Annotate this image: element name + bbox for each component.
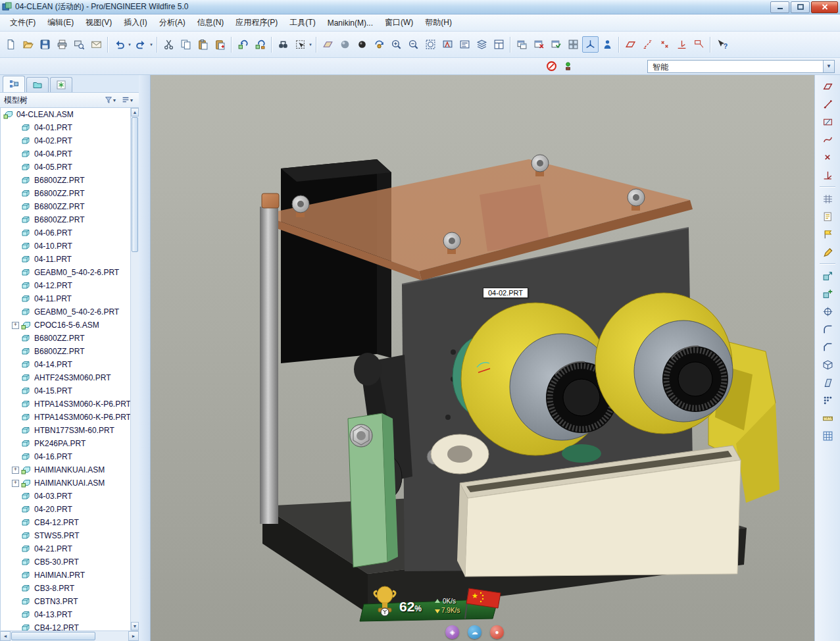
measure-tool[interactable] [819, 410, 837, 426]
point-display-toggle[interactable] [656, 36, 673, 53]
expand-icon[interactable]: + [12, 480, 19, 487]
flag-note-tool[interactable] [819, 226, 837, 242]
select-dropdown-icon[interactable]: ▼ [308, 43, 313, 47]
redo-button[interactable] [133, 36, 149, 53]
tree-item[interactable]: CB4-12.PRT [1, 621, 130, 630]
tree-item[interactable]: HTPA14S3M060-K-P6.PRT [1, 397, 130, 411]
tree-item[interactable]: AHTF24S3M060.PRT [1, 371, 130, 384]
cut-button[interactable] [161, 36, 177, 53]
dock-icon-blue[interactable]: ☁ [468, 625, 482, 639]
tree-item[interactable]: 04-03.PRT [1, 490, 130, 503]
scroll-down-arrow[interactable]: ▼ [131, 622, 139, 630]
tree-item[interactable]: 04-14.PRT [1, 358, 130, 371]
tree-item[interactable]: 04-01.PRT [1, 121, 130, 134]
tree-item[interactable]: 04-05.PRT [1, 161, 130, 174]
tree-item[interactable]: HTPA14S3M060-K-P6.PRT [1, 411, 130, 424]
sketch-tool[interactable] [819, 114, 837, 130]
orient-mode-button[interactable] [371, 36, 387, 53]
menu-item[interactable]: 视图(V) [80, 14, 118, 31]
tree-item[interactable]: GEABM0_5-40-2-6.PRT [1, 266, 130, 279]
layers-button[interactable] [474, 36, 490, 53]
tree-item[interactable]: B6800ZZ.PRT [1, 213, 130, 226]
find-button[interactable] [275, 36, 291, 53]
graphics-area[interactable]: 04-02.PRT ★ [151, 75, 814, 641]
view-manager-button[interactable] [491, 36, 507, 53]
create-component-button[interactable] [819, 286, 837, 301]
copy-button[interactable] [178, 36, 194, 53]
tree-item[interactable]: 04-13.PRT [1, 608, 130, 621]
activate-window-button[interactable] [548, 36, 564, 53]
note-tool[interactable] [819, 209, 837, 224]
datum-axis-tool[interactable] [819, 96, 837, 112]
scrollbar-thumb[interactable] [11, 632, 95, 640]
tree-item[interactable]: 04-CLEAN.ASM [1, 108, 130, 121]
window-list-button[interactable] [565, 36, 581, 53]
menu-item[interactable]: 窗口(W) [379, 14, 419, 31]
maximize-button[interactable] [791, 1, 810, 13]
smart-filter-combobox[interactable]: 智能 ▼ [647, 60, 835, 73]
datum-point-tool[interactable] [819, 149, 837, 165]
menu-item[interactable]: 帮助(H) [419, 14, 458, 31]
chamfer-tool[interactable] [819, 339, 837, 355]
close-window-button[interactable] [531, 36, 547, 53]
open-file-button[interactable] [20, 36, 36, 53]
datum-display-button[interactable] [320, 36, 336, 53]
chevron-down-icon[interactable]: ▼ [823, 61, 834, 72]
dock-icon-purple[interactable]: ◈ [445, 625, 459, 639]
custom-regenerate-button[interactable] [252, 36, 268, 53]
menu-item[interactable]: 文件(F) [4, 14, 41, 31]
tree-show-dropdown-button[interactable]: ▼ [102, 95, 119, 105]
menu-item[interactable]: 工具(T) [284, 14, 321, 31]
tree-item[interactable]: B6800ZZ.PRT [1, 200, 130, 213]
panel-splitter[interactable] [139, 75, 151, 641]
new-window-button[interactable] [514, 36, 530, 53]
hole-tool[interactable] [819, 303, 837, 319]
annotation-display-toggle[interactable] [691, 36, 707, 53]
csys-display-toggle[interactable] [674, 36, 690, 53]
regenerate-button[interactable] [235, 36, 251, 53]
tree-item[interactable]: CBTN3.PRT [1, 595, 130, 608]
tab-folder-browser[interactable] [26, 77, 49, 92]
tree-item[interactable]: GEABM0_5-40-2-6.PRT [1, 305, 130, 319]
save-button[interactable] [37, 36, 53, 53]
tree-item[interactable]: 04-20.PRT [1, 503, 130, 516]
print-button[interactable] [54, 36, 70, 53]
layer-display-button[interactable] [819, 428, 837, 444]
assemble-component-button[interactable] [819, 268, 837, 284]
dock-icon-red[interactable]: ● [490, 625, 504, 639]
scrollbar-thumb[interactable] [132, 117, 138, 252]
tree-item[interactable]: 04-21.PRT [1, 542, 130, 555]
draft-tool[interactable] [819, 374, 837, 390]
tree-horizontal-scrollbar[interactable]: ◄ ► [0, 630, 139, 641]
minimize-button[interactable] [770, 1, 789, 13]
menu-item[interactable]: 应用程序(P) [230, 14, 284, 31]
tree-item[interactable]: HTBN177S3M-60.PRT [1, 424, 130, 437]
scroll-up-arrow[interactable]: ▲ [131, 108, 139, 116]
model-player-button[interactable] [599, 36, 616, 53]
tree-item[interactable]: 04-16.PRT [1, 450, 130, 463]
analysis-grid-tool[interactable] [819, 191, 837, 207]
tree-item[interactable]: HAIMIAN.PRT [1, 569, 130, 582]
tree-item[interactable]: +CPOC16-5-6.ASM [1, 319, 130, 332]
tree-item[interactable]: 04-04.PRT [1, 147, 130, 161]
tab-favorites[interactable] [50, 77, 72, 92]
expand-icon[interactable]: + [12, 322, 19, 329]
menu-item[interactable]: 编辑(E) [41, 14, 80, 31]
tree-item[interactable]: 04-15.PRT [1, 384, 130, 397]
refit-button[interactable] [422, 36, 439, 53]
tree-item[interactable]: +HAIMIANKUAI.ASM [1, 476, 130, 490]
tree-item[interactable]: 04-06.PRT [1, 226, 130, 240]
tab-model-tree[interactable] [3, 76, 25, 92]
tree-item[interactable]: +HAIMIANKUAI.ASM [1, 463, 130, 476]
scrollbar-track[interactable] [131, 253, 139, 622]
tree-item[interactable]: 04-11.PRT [1, 292, 130, 305]
round-tool[interactable] [819, 321, 837, 337]
stop-button[interactable] [543, 58, 560, 74]
datum-plane-tool[interactable] [819, 78, 837, 94]
shading-display-button[interactable] [337, 36, 353, 53]
mail-button[interactable] [88, 36, 105, 53]
close-button[interactable] [811, 1, 838, 13]
tree-item[interactable]: B6800ZZ.PRT [1, 332, 130, 345]
repaint-button[interactable] [439, 36, 456, 53]
markup-pencil-tool[interactable] [819, 244, 837, 260]
